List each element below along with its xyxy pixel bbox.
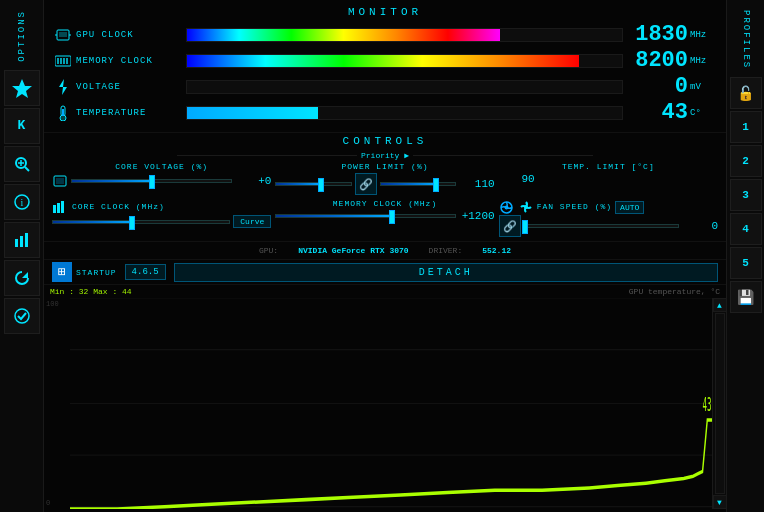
core-voltage-slider[interactable] — [71, 179, 232, 183]
core-clock-slider[interactable] — [52, 220, 230, 224]
graph-title: GPU temperature, °C — [629, 287, 720, 296]
footer-bar: ⊞ STARTUP 4.6.5 DETACH — [44, 259, 726, 284]
controls-section: CONTROLS Priority ▶ CORE VOLTAGE (%) — [44, 132, 726, 241]
power-limit-value: 110 — [459, 178, 495, 190]
fan-speed-ctrl: FAN SPEED (%) AUTO 🔗 0 — [499, 199, 718, 237]
fan-auto-button[interactable]: AUTO — [615, 201, 644, 214]
svg-rect-24 — [62, 109, 64, 116]
gpu-clock-bar — [186, 28, 623, 42]
core-voltage-thumb[interactable] — [149, 175, 155, 189]
voltage-icon — [54, 78, 72, 96]
priority-label: Priority ▶ — [361, 151, 409, 160]
graph-canvas-area: 43 — [70, 298, 712, 509]
core-clock-label: CORE CLOCK (MHz) — [72, 202, 165, 211]
temp-limit-thumb[interactable] — [433, 178, 439, 192]
gpu-info-label: GPU: — [259, 246, 278, 255]
driver-label: DRIVER: — [429, 246, 463, 255]
memory-clock-ctrl-value: +1200 — [459, 210, 495, 222]
reset-button[interactable] — [4, 260, 40, 296]
gpu-info-row: GPU: NVIDIA GeForce RTX 3070 DRIVER: 552… — [44, 241, 726, 259]
curve-button[interactable]: Curve — [233, 215, 271, 228]
graph-section: Min : 32 Max : 44 GPU temperature, °C 10… — [44, 284, 726, 512]
svg-rect-28 — [57, 203, 60, 213]
memory-clock-bar-fill — [187, 55, 579, 67]
temp-limit-slider-row: 90 — [499, 173, 718, 185]
gpu-clock-label: GPU CLOCK — [76, 30, 186, 40]
memory-clock-slider[interactable] — [275, 214, 455, 218]
fan-speed-slider[interactable] — [524, 224, 679, 228]
profiles-label: PROFILES — [741, 4, 751, 75]
info-button[interactable]: i — [4, 184, 40, 220]
graph-scrollbar: ▲ ▼ — [712, 298, 726, 509]
voltage-label: VOLTAGE — [76, 82, 186, 92]
fan-speed-thumb[interactable] — [522, 220, 528, 234]
y-axis-labels: 100 0 — [44, 298, 70, 509]
svg-marker-21 — [59, 79, 67, 95]
voltage-row: VOLTAGE 0 mV — [54, 76, 716, 98]
power-limit-thumb[interactable] — [318, 178, 324, 192]
power-temp-link-button[interactable]: 🔗 — [355, 173, 377, 195]
svg-rect-7 — [15, 239, 18, 247]
svg-rect-9 — [25, 233, 28, 247]
svg-text:43: 43 — [703, 393, 712, 414]
search-button[interactable] — [4, 146, 40, 182]
temperature-bar — [186, 106, 623, 120]
check-button[interactable] — [4, 298, 40, 334]
svg-rect-29 — [61, 201, 64, 213]
svg-rect-19 — [63, 58, 65, 64]
svg-point-11 — [15, 309, 29, 323]
profile-1-button[interactable]: 1 — [730, 111, 762, 143]
voltage-unit: mV — [688, 82, 716, 92]
svg-rect-18 — [60, 58, 62, 64]
temp-limit-value: 90 — [499, 173, 535, 185]
svg-line-2 — [25, 167, 29, 171]
memory-clock-thumb[interactable] — [389, 210, 395, 224]
core-clock-thumb[interactable] — [129, 216, 135, 230]
fan-speed-slider-row: 🔗 0 — [499, 215, 718, 237]
left-sidebar: OPTIONS K i — [0, 0, 44, 512]
memory-clock-slider-row: +1200 — [275, 210, 494, 222]
gpu-clock-value: 1830 — [623, 24, 688, 46]
temp-limit-slider[interactable] — [380, 182, 456, 186]
controls-title: CONTROLS — [52, 135, 718, 147]
power-limit-slider-row: 🔗 110 — [275, 173, 494, 195]
logo-button[interactable] — [4, 70, 40, 106]
temperature-row: TEMPERATURE 43 C° — [54, 102, 716, 124]
fan-link-button[interactable]: 🔗 — [499, 215, 521, 237]
detach-button[interactable]: DETACH — [174, 263, 718, 282]
monitor-title: MONITOR — [54, 6, 716, 18]
svg-rect-17 — [57, 58, 59, 64]
graph-svg: 43 — [70, 298, 712, 509]
k-boost-button[interactable]: K — [4, 108, 40, 144]
power-limit-label: POWER LIMIT (%) — [275, 162, 494, 171]
core-clock-chart-icon — [52, 199, 68, 215]
fan-speed-value: 0 — [682, 220, 718, 232]
lock-button[interactable]: 🔓 — [730, 77, 762, 109]
memory-clock-icon — [54, 52, 72, 70]
voltage-bar — [186, 80, 623, 94]
save-profile-button[interactable]: 💾 — [730, 281, 762, 313]
temperature-label: TEMPERATURE — [76, 108, 186, 118]
svg-rect-20 — [66, 58, 68, 64]
power-limit-slider[interactable] — [275, 182, 351, 186]
svg-rect-13 — [59, 32, 67, 37]
chart-button[interactable] — [4, 222, 40, 258]
profile-2-button[interactable]: 2 — [730, 145, 762, 177]
profile-5-button[interactable]: 5 — [730, 247, 762, 279]
graph-header: Min : 32 Max : 44 GPU temperature, °C — [44, 285, 726, 298]
graph-min: Min : 32 — [50, 287, 93, 296]
controls-top-row: CORE VOLTAGE (%) +0 POWER LIMIT — [52, 162, 718, 195]
profile-3-button[interactable]: 3 — [730, 179, 762, 211]
graph-minmax: Min : 32 Max : 44 — [50, 287, 132, 296]
scroll-up-button[interactable]: ▲ — [713, 298, 727, 312]
core-voltage-value: +0 — [235, 175, 271, 187]
core-clock-slider-row: Curve — [52, 215, 271, 228]
voltage-value: 0 — [623, 76, 688, 98]
profile-4-button[interactable]: 4 — [730, 213, 762, 245]
core-voltage-label: CORE VOLTAGE (%) — [52, 162, 271, 171]
svg-marker-0 — [12, 79, 32, 98]
core-voltage-ctrl: CORE VOLTAGE (%) +0 — [52, 162, 271, 195]
gpu-clock-bar-fill — [187, 29, 500, 41]
scroll-down-button[interactable]: ▼ — [713, 495, 727, 509]
startup-button[interactable]: ⊞ STARTUP — [52, 262, 117, 282]
